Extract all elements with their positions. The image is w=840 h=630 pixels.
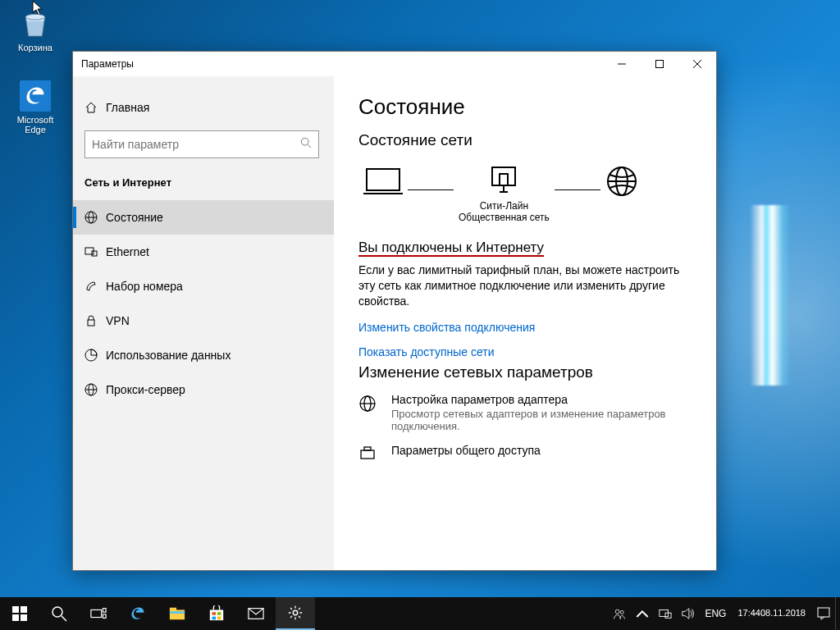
search-input[interactable] [92,138,300,151]
option-sharing-settings[interactable]: Параметры общего доступа [358,444,693,467]
tray-notifications-icon[interactable] [812,597,835,630]
pc-icon [363,164,403,199]
home-icon [84,101,106,114]
network-state-title: Состояние сети [358,131,693,149]
svg-rect-41 [170,608,176,612]
status-icon [84,211,106,224]
svg-rect-47 [217,617,221,620]
page-title: Состояние [358,94,693,120]
tray-volume-icon[interactable] [677,597,700,630]
svg-line-6 [308,144,311,148]
close-button[interactable] [678,52,716,76]
taskbar-explorer-button[interactable] [158,597,197,630]
tray-language[interactable]: ENG [700,597,731,630]
proxy-icon [84,383,106,396]
tray-clock[interactable]: 17:44 08.11.2018 [731,597,812,630]
sidebar-item-status[interactable]: Состояние [73,200,334,235]
taskbar-edge-button[interactable] [118,597,158,630]
option-title: Настройка параметров адаптера [391,393,670,406]
svg-rect-37 [91,609,102,617]
sidebar-item-data-usage[interactable]: Использование данных [73,338,334,372]
svg-rect-43 [210,609,223,620]
maximize-button[interactable] [641,52,678,76]
taskbar-tray: ENG 17:44 08.11.2018 [608,597,840,630]
change-settings-title: Изменение сетевых параметров [358,363,693,381]
sidebar-home[interactable]: Главная [73,89,334,126]
sidebar-item-vpn[interactable]: VPN [73,304,334,338]
sidebar-item-label: Прокси-сервер [106,383,185,396]
option-adapter-settings[interactable]: Настройка параметров адаптера Просмотр с… [358,393,693,432]
desktop-icon-label: Microsoft Edge [17,115,54,135]
sidebar-item-ethernet[interactable]: Ethernet [73,235,334,269]
sidebar-item-proxy[interactable]: Прокси-сервер [73,372,334,407]
svg-rect-31 [12,606,19,613]
network-name: Сити-Лайн [459,200,550,212]
adapter-icon [358,393,380,432]
link-change-connection-props[interactable]: Изменить свойства подключения [358,321,693,334]
sidebar-item-label: Состояние [106,211,163,224]
minimize-button[interactable] [603,52,641,76]
ethernet-icon [84,245,106,258]
wallpaper-streak [750,205,791,386]
svg-rect-11 [92,251,97,256]
svg-rect-30 [364,447,371,450]
svg-rect-2 [656,61,664,68]
svg-rect-12 [88,320,94,326]
tray-chevron-up-icon[interactable] [631,597,654,630]
svg-rect-42 [170,611,185,614]
svg-rect-54 [818,608,829,617]
svg-point-49 [293,610,297,614]
settings-content: Состояние Состояние сети Сити-Лайн [334,76,716,570]
tray-network-icon[interactable] [654,597,677,630]
taskbar-search-button[interactable] [39,597,79,630]
sidebar-section-title: Сеть и Интернет [73,170,334,200]
svg-rect-38 [103,609,106,613]
svg-point-35 [52,607,62,617]
globe-icon [605,164,638,199]
settings-window: Параметры Главная Сеть и Интернет Состоя… [72,51,717,571]
taskbar-start-button[interactable] [0,597,39,630]
tray-time: 17:44 [737,608,760,619]
network-diagram: Сити-Лайн Общественная сеть [358,161,693,228]
sidebar-home-label: Главная [106,101,149,114]
window-titlebar[interactable]: Параметры [73,52,716,76]
router-icon [459,164,550,199]
svg-rect-34 [21,614,27,621]
svg-point-0 [25,14,44,20]
option-title: Параметры общего доступа [391,444,541,457]
taskbar-settings-button[interactable] [276,597,315,630]
tray-date: 08.11.2018 [760,608,806,619]
svg-rect-39 [103,614,106,619]
settings-sidebar: Главная Сеть и Интернет Состояние Ethern… [73,76,334,570]
taskbar-store-button[interactable] [197,597,236,630]
sidebar-item-dialup[interactable]: Набор номера [73,269,334,304]
taskbar: ENG 17:44 08.11.2018 [0,597,840,630]
dialup-icon [84,280,106,293]
desktop-icon-edge[interactable]: Microsoft Edge [7,75,64,143]
link-show-available-networks[interactable]: Показать доступные сети [358,345,693,358]
svg-rect-45 [217,612,221,615]
svg-rect-44 [212,612,217,615]
svg-rect-29 [361,450,374,459]
option-desc: Просмотр сетевых адаптеров и изменение п… [391,408,670,432]
network-type: Общественная сеть [459,212,550,223]
sidebar-item-label: VPN [106,314,130,327]
sidebar-item-label: Ethernet [106,245,149,258]
tray-people-icon[interactable] [608,597,631,630]
svg-rect-20 [500,174,508,185]
tray-show-desktop[interactable] [835,597,840,630]
svg-point-51 [621,610,624,614]
search-input-wrapper[interactable] [84,130,319,158]
desktop-icon-recycle-bin[interactable]: Корзина [7,3,64,61]
svg-point-50 [616,609,620,614]
taskbar-mail-button[interactable] [236,597,276,630]
taskbar-task-view-button[interactable] [79,597,118,630]
svg-line-36 [62,616,66,621]
data-usage-icon [84,349,106,362]
svg-rect-33 [12,614,19,621]
svg-rect-17 [367,169,399,190]
desktop-icon-label: Корзина [18,43,52,52]
sidebar-item-label: Использование данных [106,349,231,362]
connected-body: Если у вас лимитный тарифный план, вы мо… [358,262,687,309]
search-icon [300,137,312,152]
